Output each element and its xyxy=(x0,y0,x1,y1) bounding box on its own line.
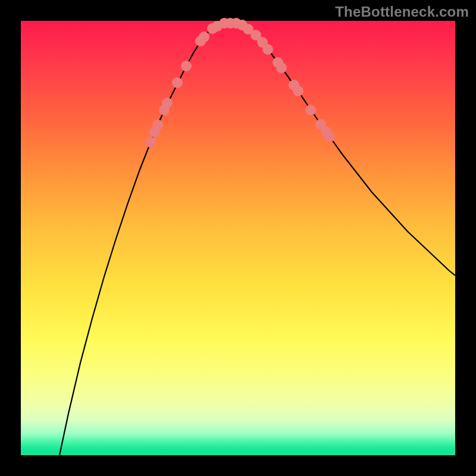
bead-marker xyxy=(145,137,156,148)
bead-marker xyxy=(262,44,273,55)
chart-frame: TheBottleneck.com xyxy=(0,0,476,476)
bead-marker xyxy=(293,86,303,96)
beads-group xyxy=(145,18,335,148)
bead-marker xyxy=(324,131,335,142)
bead-marker xyxy=(199,32,209,42)
watermark-text: TheBottleneck.com xyxy=(335,4,469,20)
chart-svg xyxy=(21,21,455,455)
bead-marker xyxy=(305,105,316,115)
bead-marker xyxy=(162,98,173,108)
bead-marker xyxy=(276,62,287,73)
bottleneck-curve xyxy=(60,23,455,455)
bead-marker xyxy=(172,77,183,88)
plot-area xyxy=(21,21,455,455)
bead-marker xyxy=(152,120,163,130)
bead-marker xyxy=(181,61,192,71)
